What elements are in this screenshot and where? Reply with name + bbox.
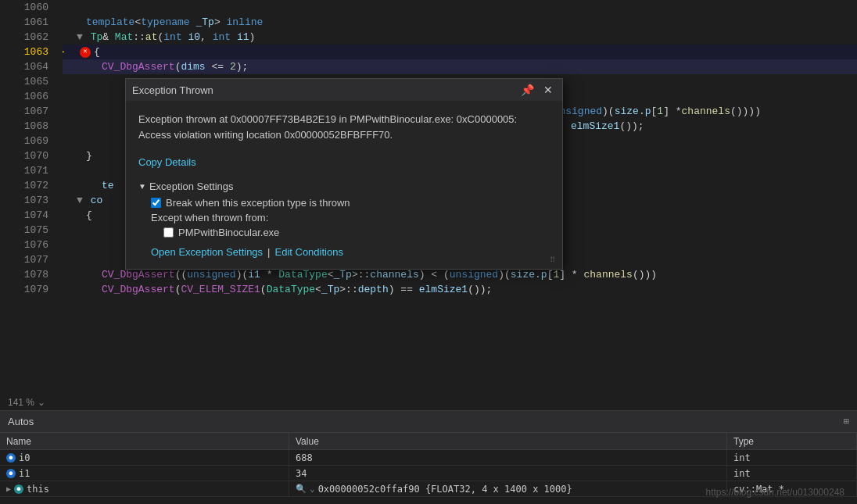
col-header-value: Value [289, 433, 727, 449]
exception-settings-section: ▼ Exception Settings Break when this exc… [138, 181, 550, 238]
col-header-type: Type [727, 433, 857, 449]
exception-message: Exception thrown at 0x00007FF73B4B2E19 i… [138, 112, 550, 142]
line-num-1061: 1061 [0, 15, 56, 30]
line-num-1063: 1063 [0, 45, 56, 59]
code-line-1064: CV_DbgAssert(dims <= 2); [63, 59, 857, 74]
chevron-down-icon: ⌄ [38, 397, 45, 408]
line-num-1060: 1060 [0, 0, 56, 15]
line-num-1077: 1077 [0, 252, 56, 267]
except-when-row: Except when thrown from: [151, 212, 550, 223]
var-icon-this: ● [14, 484, 23, 494]
link-separator: | [267, 246, 270, 258]
line-numbers: 1060 1061 1062 1063 1064 1065 1066 1067 … [0, 0, 63, 391]
line-num-1062: 1062 [0, 30, 56, 45]
line-num-1075: 1075 [0, 223, 56, 238]
close-button[interactable]: ✕ [540, 83, 556, 97]
autos-name-i1: ● i1 [0, 466, 289, 481]
search-icon-this[interactable]: 🔍 [296, 484, 307, 494]
line-num-1067: 1067 [0, 104, 56, 119]
autos-value-i0: 688 [289, 450, 727, 465]
autos-row-i1[interactable]: ● i1 34 int [0, 466, 857, 481]
line-num-1064: 1064 [0, 59, 56, 74]
code-line-1063: ▶ { [63, 45, 857, 59]
autos-value-i1: 34 [289, 466, 727, 481]
line-num-1069: 1069 [0, 134, 56, 148]
code-line-1079: CV_DbgAssert(CV_ELEM_SIZE1(DataType<_Tp>… [63, 282, 857, 297]
except-when-label: Except when thrown from: [151, 212, 268, 223]
line-num-1072: 1072 [0, 178, 56, 193]
code-line-1060 [63, 0, 857, 15]
watermark: https://blog.csdn.net/u013000248 [706, 487, 844, 498]
autos-header: Autos ⊞ [0, 411, 857, 433]
grid-dots: ⠿ [550, 256, 556, 264]
code-line-1061: template<typename _Tp> inline [63, 15, 857, 30]
code-line-1062: ▼ Tp& Mat::at(int i0, int i1) [63, 30, 857, 45]
exception-settings-label: Exception Settings [149, 181, 234, 192]
copy-details-link[interactable]: Copy Details [138, 156, 196, 168]
line-num-1079: 1079 [0, 282, 56, 297]
pmp-exe-row: PMPwithBinocular.exe [163, 227, 550, 238]
popup-controls: 📌 ✕ [518, 83, 556, 97]
autos-type-i0: int [727, 450, 857, 465]
autos-title: Autos [8, 416, 34, 427]
current-line-arrow: ▶ [63, 45, 64, 59]
exception-settings-header[interactable]: ▼ Exception Settings [138, 181, 550, 192]
breakpoint-indicator[interactable] [80, 47, 91, 58]
line-num-1076: 1076 [0, 238, 56, 252]
autos-row-i0[interactable]: ● i0 688 int [0, 450, 857, 466]
var-icon-i0: ● [6, 453, 16, 463]
autos-type-i1: int [727, 466, 857, 481]
break-when-checkbox[interactable] [151, 198, 161, 208]
col-header-name: Name [0, 433, 289, 449]
popup-body: Exception thrown at 0x00007FF73B4B2E19 i… [126, 101, 562, 269]
break-when-setting-row: Break when this exception type is thrown [151, 197, 550, 209]
line-num-1078: 1078 [0, 267, 56, 282]
line-num-1074: 1074 [0, 208, 56, 223]
zoom-level: 141 % [8, 397, 34, 408]
expand-arrow-this[interactable]: ▶ [6, 484, 11, 493]
line-num-1070: 1070 [0, 148, 56, 163]
open-exception-settings-link[interactable]: Open Exception Settings [151, 246, 263, 258]
edit-conditions-link[interactable]: Edit Conditions [274, 246, 342, 258]
autos-name-i0: ● i0 [0, 450, 289, 465]
autos-col-headers: Name Value Type [0, 433, 857, 450]
popup-titlebar: Exception Thrown 📌 ✕ [126, 79, 562, 101]
exception-popup: Exception Thrown 📌 ✕ Exception thrown at… [125, 78, 563, 270]
line-num-1066: 1066 [0, 89, 56, 104]
autos-name-this: ▶ ● this [0, 481, 289, 496]
zoom-control[interactable]: 141 % ⌄ [8, 397, 45, 408]
pin-button[interactable]: 📌 [518, 83, 537, 97]
collapse-icon: ▼ [138, 182, 146, 191]
break-when-label: Break when this exception type is thrown [166, 197, 350, 209]
status-bar: 141 % ⌄ [0, 395, 857, 410]
line-num-1071: 1071 [0, 163, 56, 178]
pmp-exe-checkbox[interactable] [163, 227, 174, 238]
line-num-1068: 1068 [0, 119, 56, 134]
autos-pin-icon[interactable]: ⊞ [844, 416, 849, 427]
autos-value-this: 🔍 ⌄ 0x00000052c0ffaf90 {FLOAT32, 4 x 140… [289, 481, 727, 496]
popup-title: Exception Thrown [132, 84, 213, 96]
pmp-exe-label: PMPwithBinocular.exe [178, 227, 279, 238]
var-icon-i1: ● [6, 469, 16, 478]
popup-links: Open Exception Settings | Edit Condition… [151, 246, 550, 258]
line-num-1065: 1065 [0, 74, 56, 89]
line-num-1073: 1073 [0, 193, 56, 208]
